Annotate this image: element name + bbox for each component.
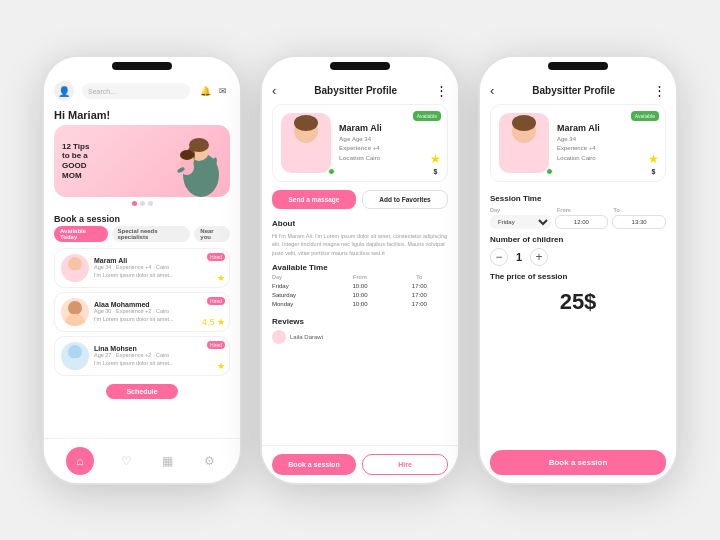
children-title: Number of children bbox=[490, 235, 666, 244]
increment-children-button[interactable]: + bbox=[530, 248, 548, 266]
banner-illustration bbox=[151, 125, 226, 197]
from-3: 10:00 bbox=[331, 300, 388, 308]
greeting-text: Hi Mariam! bbox=[44, 105, 240, 125]
profile-experience: Experience +4 bbox=[339, 144, 439, 154]
promo-banner: 12 Tipsto be aGOODMOM bbox=[54, 125, 230, 197]
bs-avatar-3 bbox=[61, 342, 89, 370]
send-icon[interactable]: ✉ bbox=[216, 84, 230, 98]
booking-experience: Experience +4 bbox=[557, 144, 657, 154]
reviewer-avatar bbox=[272, 330, 286, 344]
profile-info: Maram Ali Age Age 34 Experience +4 Locat… bbox=[339, 123, 439, 164]
svg-point-13 bbox=[68, 345, 82, 359]
bs-avatar-1 bbox=[61, 254, 89, 282]
about-label: About bbox=[262, 217, 458, 230]
svg-point-6 bbox=[180, 150, 194, 160]
svg-point-14 bbox=[65, 358, 85, 370]
more-button[interactable]: ⋮ bbox=[435, 83, 448, 98]
profile-avatar bbox=[281, 113, 331, 173]
session-from-time[interactable]: 12:00 bbox=[555, 215, 609, 229]
search-placeholder: Search... bbox=[88, 88, 116, 95]
svg-point-19 bbox=[506, 148, 542, 173]
nav-calendar[interactable]: ▦ bbox=[159, 452, 177, 470]
bs-badge-2: Hired bbox=[207, 297, 225, 305]
filter-near[interactable]: Near you bbox=[194, 226, 230, 242]
about-text: Hi I'm Maram Ali. I'm Lorem ipsum dolor … bbox=[262, 230, 458, 261]
profile-card: Maram Ali Age Age 34 Experience +4 Locat… bbox=[272, 104, 448, 182]
bs-description-1: I'm Lorem ipsum dolor sit amet... bbox=[94, 272, 223, 280]
dot-2 bbox=[140, 201, 145, 206]
dot-3 bbox=[148, 201, 153, 206]
star-icon: ★ bbox=[430, 152, 441, 166]
profile-age: Age Age 34 bbox=[339, 135, 439, 145]
search-input[interactable]: Search... bbox=[82, 83, 190, 99]
bs-badge-1: Hired bbox=[207, 253, 225, 261]
bs-avatar-2 bbox=[61, 298, 89, 326]
session-time-section: Session Time Day From To Friday Saturday… bbox=[480, 190, 676, 231]
to-1: 17:00 bbox=[391, 282, 448, 290]
price-label: $ bbox=[434, 168, 438, 175]
profile-location: Location Cairo bbox=[339, 154, 439, 164]
filter-special-needs[interactable]: Special needs specialists bbox=[112, 226, 191, 242]
from-2: 10:00 bbox=[331, 291, 388, 299]
schedule-row-3: Monday 10:00 17:00 bbox=[272, 300, 448, 308]
book-btn-area: Book a session bbox=[480, 442, 676, 483]
bs-meta-3: Age 27 · Experience +2 · Cairo bbox=[94, 352, 223, 360]
babysitter-card-2[interactable]: Alaa Mohammed Age 30 · Experience +2 · C… bbox=[54, 292, 230, 332]
bs-info-3: Lina Mohsen Age 27 · Experience +2 · Cai… bbox=[94, 345, 223, 367]
nav-home[interactable]: ⌂ bbox=[66, 447, 94, 475]
session-to-label: To bbox=[614, 207, 667, 213]
session-day-select[interactable]: Friday Saturday Monday bbox=[490, 215, 551, 229]
phone-profile: ‹ Babysitter Profile ⋮ Maram Ali Age Age… bbox=[260, 55, 460, 485]
send-message-button[interactable]: Send a massage bbox=[272, 190, 356, 209]
price-title: The price of session bbox=[490, 272, 666, 281]
filter-row: Available Today Special needs specialist… bbox=[44, 226, 240, 246]
profile-title: Babysitter Profile bbox=[276, 85, 435, 96]
schedule-button[interactable]: Schedule bbox=[106, 384, 177, 399]
session-to-time[interactable]: 13:30 bbox=[612, 215, 666, 229]
babysitter-card-3[interactable]: Lina Mohsen Age 27 · Experience +2 · Cai… bbox=[54, 336, 230, 376]
booking-star-price: ★ $ bbox=[648, 152, 659, 175]
banner-title: 12 Tipsto be aGOODMOM bbox=[62, 142, 89, 180]
svg-point-16 bbox=[288, 148, 324, 173]
booking-header: ‹ Babysitter Profile ⋮ bbox=[480, 75, 676, 104]
svg-point-12 bbox=[65, 314, 85, 326]
col-header-from: From bbox=[331, 274, 388, 280]
availability-table: Day From To Friday 10:00 17:00 Saturday … bbox=[272, 274, 448, 309]
booking-price-label: $ bbox=[652, 168, 656, 175]
carousel-dots bbox=[44, 201, 240, 206]
add-favorites-button[interactable]: Add to Favorites bbox=[362, 190, 448, 209]
booking-profile-name: Maram Ali bbox=[557, 123, 657, 133]
star-price: ★ $ bbox=[430, 152, 441, 175]
main-header: 👤 Search... 🔔 ✉ bbox=[44, 75, 240, 105]
children-section: Number of children − 1 + bbox=[480, 231, 676, 268]
nav-settings[interactable]: ⚙ bbox=[200, 452, 218, 470]
availability-badge: Available bbox=[413, 111, 441, 121]
filter-available-today[interactable]: Available Today bbox=[54, 226, 108, 242]
phone-main: 👤 Search... 🔔 ✉ Hi Mariam! 12 Tipsto be … bbox=[42, 55, 242, 485]
day-2: Saturday bbox=[272, 291, 329, 299]
booking-profile-avatar bbox=[499, 113, 549, 173]
babysitter-card-1[interactable]: Maram Ali Age 34 · Experience +4 · Cairo… bbox=[54, 248, 230, 288]
booking-more-button[interactable]: ⋮ bbox=[653, 83, 666, 98]
reviewer-name: Laila Darawi bbox=[290, 334, 323, 340]
bs-name-1: Maram Ali bbox=[94, 257, 223, 264]
nav-heart[interactable]: ♡ bbox=[117, 452, 135, 470]
booking-profile-info: Maram Ali Age 34 Experience +4 Location … bbox=[557, 123, 657, 164]
bs-meta-1: Age 34 · Experience +4 · Cairo bbox=[94, 264, 223, 272]
profile-name: Maram Ali bbox=[339, 123, 439, 133]
day-1: Friday bbox=[272, 282, 329, 290]
bell-icon[interactable]: 🔔 bbox=[198, 84, 212, 98]
bs-name-3: Lina Mohsen bbox=[94, 345, 223, 352]
hire-button[interactable]: Hire bbox=[362, 454, 448, 475]
col-header-to: To bbox=[391, 274, 448, 280]
book-session-button[interactable]: Book a session bbox=[272, 454, 356, 475]
user-avatar-icon[interactable]: 👤 bbox=[54, 81, 74, 101]
decrement-children-button[interactable]: − bbox=[490, 248, 508, 266]
booking-title: Babysitter Profile bbox=[494, 85, 653, 96]
bottom-nav: ⌂ ♡ ▦ ⚙ bbox=[44, 438, 240, 483]
svg-point-5 bbox=[180, 159, 194, 175]
bs-badge-3: Hired bbox=[207, 341, 225, 349]
price-section: The price of session 25$ bbox=[480, 268, 676, 321]
to-2: 17:00 bbox=[391, 291, 448, 299]
book-session-button-3[interactable]: Book a session bbox=[490, 450, 666, 475]
